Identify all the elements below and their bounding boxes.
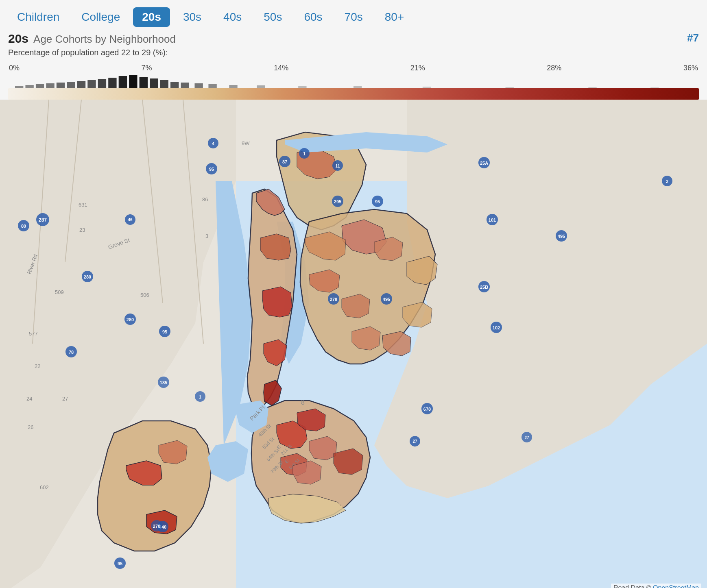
svg-text:86: 86 xyxy=(202,196,208,203)
svg-text:11: 11 xyxy=(335,164,340,168)
svg-text:495: 495 xyxy=(558,234,565,239)
svg-rect-19 xyxy=(229,85,237,88)
svg-rect-12 xyxy=(140,77,148,88)
svg-text:1: 1 xyxy=(199,395,201,399)
svg-rect-6 xyxy=(77,81,85,88)
legend-labels: 0% 7% 14% 21% 28% 36% xyxy=(8,64,699,72)
svg-marker-151 xyxy=(334,449,363,475)
svg-text:22: 22 xyxy=(35,363,40,369)
svg-text:4: 4 xyxy=(212,142,214,146)
tab-30s[interactable]: 30s xyxy=(174,7,210,27)
svg-text:46: 46 xyxy=(128,218,133,222)
svg-text:678: 678 xyxy=(423,407,431,412)
legend-section: 0% 7% 14% 21% 28% 36% xyxy=(0,62,707,100)
svg-rect-5 xyxy=(67,82,75,88)
svg-rect-3 xyxy=(46,83,54,88)
svg-text:280: 280 xyxy=(84,274,91,279)
svg-text:631: 631 xyxy=(79,202,87,208)
legend-label-0: 0% xyxy=(9,64,20,72)
tab-60s[interactable]: 60s xyxy=(295,7,331,27)
svg-rect-1 xyxy=(25,85,33,88)
tab-children[interactable]: Children xyxy=(8,7,68,27)
svg-text:24: 24 xyxy=(26,396,32,402)
chart-subtitle: Percentage of population aged 22 to 29 (… xyxy=(8,48,699,57)
svg-text:80: 80 xyxy=(21,224,26,229)
svg-text:8: 8 xyxy=(301,399,305,406)
svg-text:95: 95 xyxy=(375,199,380,204)
svg-text:78: 78 xyxy=(69,350,74,355)
chart-number: #7 xyxy=(687,32,699,44)
svg-text:280: 280 xyxy=(127,317,134,322)
svg-text:577: 577 xyxy=(29,331,38,337)
svg-text:23: 23 xyxy=(79,227,85,233)
tab-80plus[interactable]: 80+ xyxy=(376,7,413,27)
svg-rect-4 xyxy=(57,83,65,88)
svg-rect-2 xyxy=(36,84,44,88)
svg-rect-14 xyxy=(160,80,168,88)
svg-text:101: 101 xyxy=(489,218,496,222)
svg-text:506: 506 xyxy=(140,292,149,298)
svg-rect-11 xyxy=(129,75,137,88)
svg-text:25B: 25B xyxy=(480,285,488,290)
tab-70s[interactable]: 70s xyxy=(336,7,372,27)
svg-text:27: 27 xyxy=(62,396,68,402)
openstreetmap-link[interactable]: OpenStreetMap xyxy=(653,584,699,588)
svg-rect-20 xyxy=(257,85,265,88)
tab-college[interactable]: College xyxy=(72,7,129,27)
legend-label-7: 7% xyxy=(142,64,152,72)
svg-text:95: 95 xyxy=(118,561,122,566)
tab-50s[interactable]: 50s xyxy=(255,7,291,27)
svg-rect-15 xyxy=(170,82,179,88)
svg-text:602: 602 xyxy=(40,484,49,490)
svg-rect-8 xyxy=(98,79,106,88)
svg-text:2: 2 xyxy=(666,179,668,184)
svg-text:9W: 9W xyxy=(242,140,250,146)
tab-bar: Children College 20s 30s 40s 50s 60s 70s… xyxy=(0,0,707,32)
svg-text:27: 27 xyxy=(412,439,417,444)
svg-text:102: 102 xyxy=(493,325,500,330)
svg-marker-153 xyxy=(342,294,370,318)
svg-rect-13 xyxy=(150,78,158,88)
svg-rect-10 xyxy=(119,76,127,88)
tab-20s[interactable]: 20s xyxy=(133,7,170,27)
svg-text:3: 3 xyxy=(205,233,208,239)
svg-text:278: 278 xyxy=(330,297,337,302)
legend-combined xyxy=(8,74,699,100)
svg-text:95: 95 xyxy=(209,167,214,172)
svg-text:26: 26 xyxy=(28,424,33,430)
map-svg: 287 80 46 95 280 78 95 278 xyxy=(0,100,707,588)
app-container: Children College 20s 30s 40s 50s 60s 70s… xyxy=(0,0,707,588)
svg-text:27: 27 xyxy=(524,436,529,440)
svg-text:287: 287 xyxy=(39,217,47,223)
tab-40s[interactable]: 40s xyxy=(214,7,251,27)
legend-label-14: 14% xyxy=(274,64,288,72)
map-container[interactable]: 287 80 46 95 280 78 95 278 xyxy=(0,100,707,588)
svg-rect-18 xyxy=(208,84,216,88)
legend-label-36: 36% xyxy=(683,64,698,72)
chart-title-bold: 20s xyxy=(8,32,28,46)
svg-marker-41 xyxy=(262,287,292,317)
svg-text:509: 509 xyxy=(55,289,64,295)
svg-text:270: 270 xyxy=(153,524,160,529)
legend-label-21: 21% xyxy=(410,64,425,72)
legend-gradient xyxy=(8,88,699,100)
svg-text:495: 495 xyxy=(383,297,390,302)
svg-rect-17 xyxy=(194,83,203,88)
svg-text:95: 95 xyxy=(162,329,167,334)
svg-marker-40 xyxy=(260,234,291,260)
svg-rect-16 xyxy=(181,83,189,88)
header-row: 20s Age Cohorts by Neighborhood #7 xyxy=(0,32,707,47)
chart-title: 20s Age Cohorts by Neighborhood xyxy=(8,32,176,46)
svg-text:25A: 25A xyxy=(480,161,488,166)
chart-title-light: Age Cohorts by Neighborhood xyxy=(33,33,176,46)
svg-text:1: 1 xyxy=(303,152,305,156)
svg-text:87: 87 xyxy=(282,159,287,164)
legend-label-28: 28% xyxy=(547,64,561,72)
svg-rect-7 xyxy=(87,80,96,88)
distribution-chart xyxy=(8,74,699,88)
svg-rect-9 xyxy=(108,78,116,88)
svg-text:185: 185 xyxy=(160,380,167,385)
svg-text:295: 295 xyxy=(334,199,341,204)
map-attribution: Road Data © OpenStreetMap xyxy=(611,584,701,588)
